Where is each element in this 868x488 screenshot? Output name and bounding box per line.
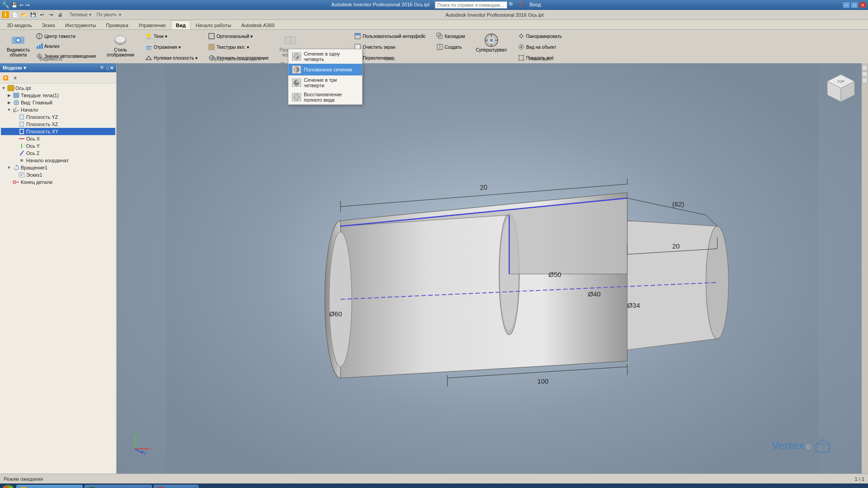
- tree-item-axis-y[interactable]: Ось Y: [1, 142, 115, 150]
- btn-pan[interactable]: Панорамировать: [516, 32, 564, 41]
- tree-expand-btn[interactable]: ≡: [11, 73, 20, 82]
- tab-3dmodel[interactable]: 3D-модель: [2, 20, 37, 29]
- view-btn-2[interactable]: [862, 71, 868, 77]
- nav-cube[interactable]: TOP: [823, 72, 859, 108]
- btn-center-gravity[interactable]: Центр тяжести: [34, 32, 98, 41]
- undo-btn[interactable]: ↩: [38, 11, 46, 19]
- svg-rect-7: [41, 43, 43, 49]
- taskbar-btn-camtasia[interactable]: C Camtasia Studio - Be...: [85, 485, 152, 488]
- dropdown-item-quarter[interactable]: Сечение в одну четверть: [288, 49, 362, 64]
- open-btn[interactable]: 📂: [20, 11, 28, 19]
- svg-rect-81: [19, 173, 24, 177]
- tree-item-axis-x[interactable]: Ось X: [1, 135, 115, 142]
- btn-cascade[interactable]: Каскадом: [434, 32, 467, 41]
- panel-close-icon[interactable]: ✕: [110, 66, 113, 70]
- btn-shadows[interactable]: Тени ▾: [143, 32, 169, 41]
- tree-item-view[interactable]: ▶ Вид: Главный: [1, 99, 115, 106]
- dropdown-item-half[interactable]: Половинное сечение: [288, 64, 362, 75]
- search-icon[interactable]: 🔍: [509, 2, 515, 7]
- undo-icon[interactable]: ↩: [19, 2, 24, 8]
- save-btn[interactable]: 💾: [29, 11, 37, 19]
- btn-display-style[interactable]: Стильотображения: [104, 32, 137, 59]
- print-btn[interactable]: 🖨: [56, 11, 64, 19]
- btn-create-window[interactable]: Создать: [434, 42, 464, 52]
- end-part-icon: [13, 179, 20, 185]
- btn-reflections[interactable]: Отражения ▾: [143, 42, 183, 52]
- tree-item-axis-z[interactable]: Ось Z: [1, 150, 115, 157]
- section-view-dropdown: Сечение в одну четверть Половинное сечен…: [288, 49, 363, 105]
- tab-view[interactable]: Вид: [171, 20, 191, 29]
- minimize-button[interactable]: ─: [843, 2, 850, 8]
- svg-rect-67: [14, 93, 19, 98]
- view-btn-3[interactable]: [862, 78, 868, 83]
- coordinate-system: X Y Z: [130, 428, 157, 455]
- tree-item-plane-xz[interactable]: Плоскость XZ: [1, 121, 115, 128]
- help-icon[interactable]: ❓: [518, 2, 524, 7]
- svg-text:20: 20: [480, 183, 488, 191]
- vertex-logo: Vertex ©: [772, 437, 832, 455]
- taskbar-btn-inventor[interactable]: I Autodesk Inventor Pr...: [16, 485, 83, 488]
- svg-marker-54: [519, 35, 520, 37]
- btn-orthogonal[interactable]: Ортогональный ▾: [206, 32, 255, 41]
- btn-analysis[interactable]: Анализ: [34, 42, 98, 51]
- svg-marker-55: [522, 35, 524, 37]
- svg-marker-73: [20, 115, 24, 119]
- ribbon-content: Видимостьобъекта Центр тяжести Анализ: [0, 30, 868, 63]
- btn-null-plane[interactable]: Нулевая плоскость ▾: [143, 53, 199, 62]
- tree-item-rotation[interactable]: ▼ Вращение1: [1, 164, 115, 171]
- signin-label[interactable]: Вход: [529, 2, 541, 7]
- btn-object-visibility[interactable]: Видимостьобъекта: [5, 32, 32, 59]
- tree-item-part[interactable]: ▼ Ось.ipt: [1, 84, 115, 92]
- redo-icon[interactable]: ↪: [25, 2, 29, 8]
- tree-item-sketch1[interactable]: Эскиз1: [1, 171, 115, 178]
- tree-label: Ось.ipt: [15, 85, 31, 91]
- svg-marker-123: [146, 447, 148, 450]
- svg-marker-91: [627, 221, 717, 350]
- tree-filter-btn[interactable]: 🔽: [1, 73, 10, 82]
- dropdown-item-three-quarter[interactable]: Сечение в три четверти: [288, 75, 362, 90]
- tab-start[interactable]: Начало работы: [191, 20, 236, 29]
- svg-rect-33: [355, 33, 360, 35]
- quick-save-icon[interactable]: 💾: [11, 2, 18, 8]
- tree-item-end[interactable]: Конец детали: [1, 178, 115, 186]
- svg-text:Ø40: Ø40: [588, 290, 600, 298]
- svg-line-128: [135, 449, 143, 453]
- tree-item-solids[interactable]: ▶ Твердые тела(1): [1, 92, 115, 99]
- app-menu-icon[interactable]: I: [2, 11, 9, 18]
- viewport[interactable]: 20 (62) Ø60 Ø50 Ø40 Ø34 20 100: [117, 63, 868, 474]
- tab-a360[interactable]: Autodesk A360: [236, 20, 279, 29]
- expand-arrow-9: [12, 144, 17, 148]
- tree-item-origin-pt[interactable]: Начало координат: [1, 157, 115, 164]
- units-selector[interactable]: По умолч. ▾: [97, 12, 121, 17]
- svg-rect-16: [146, 46, 151, 47]
- view-btn-1[interactable]: [862, 65, 868, 70]
- tree-label-xz: Плоскость XZ: [26, 122, 58, 127]
- taskbar-btn-recording[interactable]: Recording ...: [154, 485, 198, 488]
- btn-user-interface[interactable]: Пользовательский интерфейс: [352, 32, 427, 41]
- orthogonal-icon: [208, 33, 215, 40]
- tab-instruments[interactable]: Инструменты: [60, 20, 101, 29]
- svg-point-13: [115, 36, 126, 43]
- tab-eskiz[interactable]: Эскиз: [37, 20, 60, 29]
- tree-item-plane-xy[interactable]: Плоскость XY: [1, 128, 115, 135]
- start-button[interactable]: [2, 485, 14, 488]
- search-input[interactable]: [435, 1, 507, 9]
- maximize-button[interactable]: □: [851, 2, 858, 8]
- redo-btn[interactable]: ↪: [47, 11, 55, 19]
- tree-item-plane-yz[interactable]: Плоскость YZ: [1, 113, 115, 121]
- tab-check[interactable]: Проверка: [101, 20, 133, 29]
- btn-view-object[interactable]: Вид на объект: [516, 42, 558, 52]
- panel-search-icon[interactable]: 🔍: [100, 66, 105, 70]
- dropdown-item-quarter-label: Сечение в одну четверть: [304, 51, 359, 62]
- document-type-selector[interactable]: Типовые ▾: [70, 12, 91, 17]
- tree-item-origin[interactable]: ▼ Начало: [1, 106, 115, 113]
- new-btn[interactable]: 📄: [11, 11, 19, 19]
- tab-manage[interactable]: Управление: [133, 20, 171, 29]
- tree-label-origin: Начало: [21, 107, 38, 113]
- btn-textures[interactable]: Текстуры вкл. ▾: [206, 42, 251, 52]
- dropdown-item-restore[interactable]: Восстановление полного вида: [288, 90, 362, 104]
- btn-superwheel[interactable]: Суперштурвал: [473, 32, 509, 54]
- solid-icon: [13, 92, 20, 99]
- close-button[interactable]: ✕: [859, 2, 866, 8]
- panel-expand-icon[interactable]: □: [106, 66, 109, 70]
